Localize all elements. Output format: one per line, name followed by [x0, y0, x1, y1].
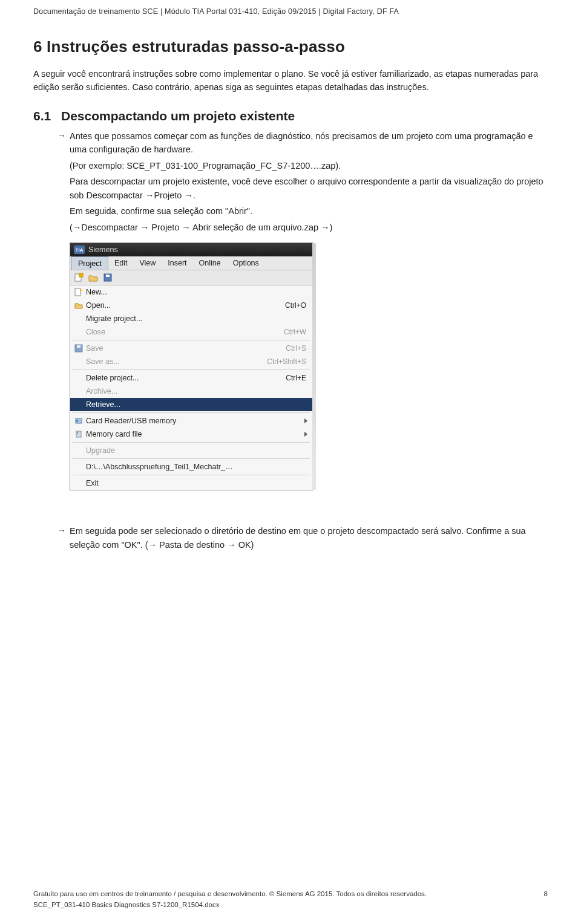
menu-item-save: SaveCtrl+S: [70, 342, 312, 355]
app-title: Siemens: [88, 246, 118, 254]
menu-item-d-abschlusspruefung-teil1-mechatr[interactable]: D:\…\Abschlusspruefung_Teil1_Mechatr_…: [70, 460, 312, 473]
heading-1: 6 Instruções estruturadas passo-a-passo: [33, 37, 548, 56]
menu-item-label: Memory card file: [86, 430, 142, 438]
heading-2-number: 6.1: [33, 109, 61, 123]
app-title-bar: TIA Siemens: [70, 243, 312, 256]
menu-view[interactable]: View: [133, 256, 162, 270]
menu-edit[interactable]: Edit: [108, 256, 134, 270]
arrow-icon: →: [57, 525, 66, 535]
card-icon: [74, 416, 84, 426]
page-number: 8: [544, 890, 548, 897]
menu-item-label: Card Reader/USB memory: [86, 417, 176, 425]
svg-rect-4: [75, 288, 80, 296]
menu-item-close: CloseCtrl+W: [70, 325, 312, 339]
menu-item-open[interactable]: Open...Ctrl+O: [70, 299, 312, 312]
menu-separator: [73, 412, 310, 413]
svg-rect-3: [106, 275, 110, 277]
step-2: → Em seguida pode ser selecionado o dire…: [33, 524, 548, 551]
app-menubar: Project Edit View Insert Online Options: [70, 256, 312, 270]
doc-header: Documentação de treinamento SCE | Módulo…: [33, 7, 548, 16]
menu-item-label: D:\…\Abschlusspruefung_Teil1_Mechatr_…: [86, 463, 232, 471]
menu-item-card-reader-usb-memory[interactable]: Card Reader/USB memory: [70, 414, 312, 428]
menu-item-exit[interactable]: Exit: [70, 477, 312, 490]
save-icon: [74, 343, 84, 353]
arrow-icon: →: [57, 131, 66, 140]
menu-separator: [73, 340, 310, 340]
memcard-icon: [74, 429, 84, 439]
menu-item-label: Exit: [86, 479, 99, 487]
step-1-line-3: Para descompactar um projeto existente, …: [70, 175, 548, 202]
footer-text: Gratuito para uso em centros de treiname…: [33, 890, 427, 897]
tia-logo-icon: TIA: [74, 246, 85, 254]
menu-insert[interactable]: Insert: [162, 256, 192, 270]
menu-item-label: Save: [86, 344, 103, 353]
step-2-line-1: Em seguida pode ser selecionado o diretó…: [70, 524, 548, 551]
menu-item-save-as: Save as...Ctrl+Shift+S: [70, 355, 312, 368]
menu-online[interactable]: Online: [193, 256, 227, 270]
menu-item-label: Delete project...: [86, 374, 139, 382]
menu-separator: [73, 458, 310, 459]
menu-separator: [73, 369, 310, 370]
toolbar-save-icon[interactable]: [103, 273, 113, 282]
menu-item-label: Close: [86, 328, 105, 336]
svg-rect-9: [76, 420, 78, 422]
tia-portal-screenshot: TIA Siemens Project Edit View Insert Onl…: [70, 242, 313, 490]
menu-item-label: Upgrade: [86, 446, 115, 455]
svg-rect-1: [79, 273, 83, 277]
menu-item-shortcut: Ctrl+O: [285, 301, 306, 310]
menu-item-retrieve[interactable]: Retrieve...: [70, 398, 312, 411]
toolbar-open-icon[interactable]: [88, 273, 98, 282]
menu-item-shortcut: Ctrl+E: [286, 374, 306, 382]
page-footer: Gratuito para uso em centros de treiname…: [33, 890, 548, 908]
step-1: → Antes que possamos começar com as funç…: [33, 129, 548, 234]
open-icon: [74, 301, 84, 310]
menu-item-migrate-project[interactable]: Migrate project...: [70, 312, 312, 325]
step-1-line-2: (Por exemplo: SCE_PT_031-100_Programação…: [70, 159, 548, 172]
footer-docname: SCE_PT_031-410 Basics Diagnostics S7-120…: [33, 901, 548, 908]
app-toolbar: [70, 270, 312, 285]
menu-separator: [73, 475, 310, 475]
menu-item-shortcut: Ctrl+S: [286, 344, 306, 353]
menu-item-upgrade: Upgrade: [70, 444, 312, 457]
step-1-line-5: (→Descompactar → Projeto → Abrir seleção…: [70, 221, 548, 234]
menu-item-label: Retrieve...: [86, 400, 120, 409]
menu-options[interactable]: Options: [227, 256, 265, 270]
menu-item-label: Archive...: [86, 387, 117, 395]
menu-item-archive: Archive...: [70, 385, 312, 398]
toolbar-new-icon[interactable]: [74, 273, 84, 282]
svg-rect-7: [77, 345, 80, 348]
menu-item-label: Save as...: [86, 357, 120, 366]
menu-item-memory-card-file[interactable]: Memory card file: [70, 428, 312, 441]
menu-project[interactable]: Project: [71, 256, 108, 270]
heading-2-text: Descompactando um projeto existente: [61, 109, 295, 123]
menu-item-new[interactable]: New...: [70, 285, 312, 299]
menu-item-label: Migrate project...: [86, 314, 142, 323]
heading-2: 6.1 Descompactando um projeto existente: [33, 109, 548, 123]
menu-separator: [73, 442, 310, 443]
svg-marker-5: [80, 288, 82, 291]
new-icon: [74, 287, 84, 297]
menu-item-shortcut: Ctrl+Shift+S: [267, 357, 306, 366]
step-1-line-1: Antes que possamos começar com as funçõe…: [70, 129, 548, 157]
menu-item-label: Open...: [86, 301, 111, 310]
svg-rect-11: [77, 432, 78, 434]
menu-item-label: New...: [86, 288, 107, 296]
menu-item-shortcut: Ctrl+W: [284, 328, 306, 336]
menu-item-delete-project[interactable]: Delete project...Ctrl+E: [70, 371, 312, 385]
intro-paragraph: A seguir você encontrará instruções sobr…: [33, 67, 548, 94]
project-dropdown: New...Open...Ctrl+OMigrate project...Clo…: [70, 285, 312, 490]
step-1-line-4: Em seguida, confirme sua seleção com "Ab…: [70, 204, 548, 218]
